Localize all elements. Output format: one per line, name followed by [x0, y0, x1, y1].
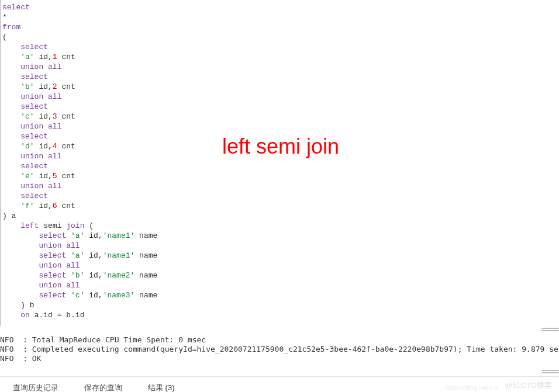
- code-line[interactable]: select 'b' id,'name2' name: [2, 270, 558, 280]
- code-editor[interactable]: select*from( select 'a' id,1 cnt union a…: [0, 0, 559, 326]
- code-line[interactable]: *: [2, 12, 558, 22]
- code-line[interactable]: 'c' id,3 cnt: [2, 112, 558, 122]
- code-line[interactable]: union all: [2, 181, 558, 191]
- watermark-51cto: @51CTO博客: [505, 380, 552, 391]
- code-line[interactable]: left semi join (: [2, 221, 558, 231]
- code-line[interactable]: union all: [2, 280, 558, 290]
- tab-saved-queries[interactable]: 保存的查询: [71, 377, 135, 392]
- code-line[interactable]: select 'a' id,'name1' name: [2, 251, 558, 261]
- code-line[interactable]: (: [2, 32, 558, 42]
- code-line[interactable]: 'a' id,1 cnt: [2, 52, 558, 62]
- tab-results[interactable]: 结果 (3): [135, 377, 188, 392]
- code-line[interactable]: from: [2, 22, 558, 32]
- code-line[interactable]: select: [2, 72, 558, 82]
- code-line[interactable]: 'f' id,6 cnt: [2, 201, 558, 211]
- console-line: NFO : Total MapReduce CPU Time Spent: 0 …: [0, 335, 559, 345]
- code-line[interactable]: on a.id = b.id: [2, 310, 558, 320]
- watermark-csdn: https://blog.csdn.n: [446, 384, 498, 391]
- console-line: NFO : OK: [0, 354, 559, 363]
- code-line[interactable]: select: [2, 161, 558, 171]
- code-line[interactable]: select: [2, 2, 558, 12]
- code-line[interactable]: union all: [2, 92, 558, 102]
- annotation-title: left semi join: [222, 134, 339, 159]
- console-line: NFO : Completed executing command(queryI…: [0, 345, 559, 354]
- code-line[interactable]: select 'c' id,'name3' name: [2, 290, 558, 300]
- code-line[interactable]: 'b' id,2 cnt: [2, 82, 558, 92]
- pane-resize-handle[interactable]: [0, 368, 559, 376]
- code-line[interactable]: union all: [2, 62, 558, 72]
- code-line[interactable]: ) b: [2, 300, 558, 310]
- console-output[interactable]: NFO : Total MapReduce CPU Time Spent: 0 …: [0, 334, 559, 368]
- code-line[interactable]: select: [2, 191, 558, 201]
- tab-query-history[interactable]: 查询历史记录: [0, 377, 71, 392]
- code-line[interactable]: ) a: [2, 211, 558, 221]
- code-line[interactable]: union all: [2, 241, 558, 251]
- code-line[interactable]: select: [2, 42, 558, 52]
- pane-resize-handle[interactable]: [0, 326, 559, 334]
- code-line[interactable]: select: [2, 102, 558, 112]
- code-line[interactable]: select 'a' id,'name1' name: [2, 231, 558, 241]
- code-line[interactable]: 'e' id,5 cnt: [2, 171, 558, 181]
- code-line[interactable]: union all: [2, 122, 558, 131]
- code-line[interactable]: union all: [2, 261, 558, 270]
